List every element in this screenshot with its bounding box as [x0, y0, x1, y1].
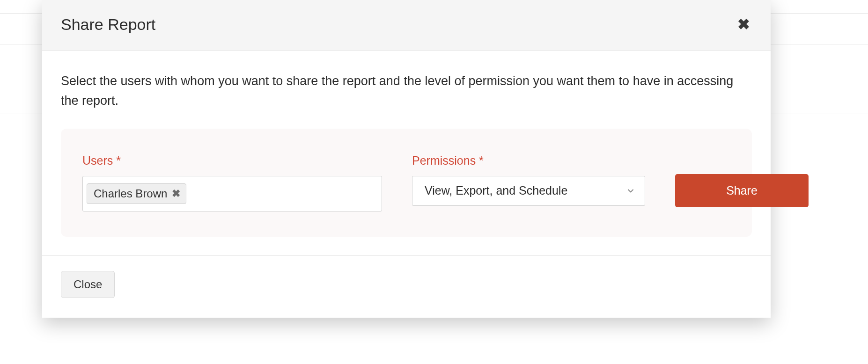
modal-description: Select the users with whom you want to s… — [61, 72, 752, 111]
permissions-label-text: Permissions — [412, 154, 476, 167]
users-input[interactable]: Charles Brown ✖ — [82, 176, 382, 211]
permissions-label: Permissions * — [412, 154, 645, 167]
required-asterisk: * — [479, 154, 484, 167]
permissions-field: Permissions * View, Export, and Schedule — [412, 154, 645, 206]
users-label: Users * — [82, 154, 382, 167]
share-report-modal: Share Report ✖ Select the users with who… — [42, 0, 771, 318]
user-tag-label: Charles Brown — [94, 187, 167, 200]
user-tag: Charles Brown ✖ — [87, 183, 186, 204]
users-label-text: Users — [82, 154, 113, 167]
users-field: Users * Charles Brown ✖ — [82, 154, 382, 211]
modal-footer: Close — [42, 255, 771, 318]
permissions-select[interactable]: View, Export, and Schedule — [412, 176, 645, 206]
close-icon[interactable]: ✖ — [736, 15, 752, 34]
close-button[interactable]: Close — [61, 271, 115, 298]
form-panel: Users * Charles Brown ✖ Permissions * Vi… — [61, 129, 752, 237]
remove-user-icon[interactable]: ✖ — [172, 189, 180, 199]
modal-header: Share Report ✖ — [42, 0, 771, 51]
modal-title: Share Report — [61, 15, 155, 34]
required-asterisk: * — [116, 154, 121, 167]
modal-body: Select the users with whom you want to s… — [42, 51, 771, 255]
chevron-down-icon — [626, 186, 635, 196]
share-action-col: Share — [675, 154, 809, 207]
permissions-value: View, Export, and Schedule — [425, 184, 567, 197]
share-button[interactable]: Share — [675, 174, 809, 207]
